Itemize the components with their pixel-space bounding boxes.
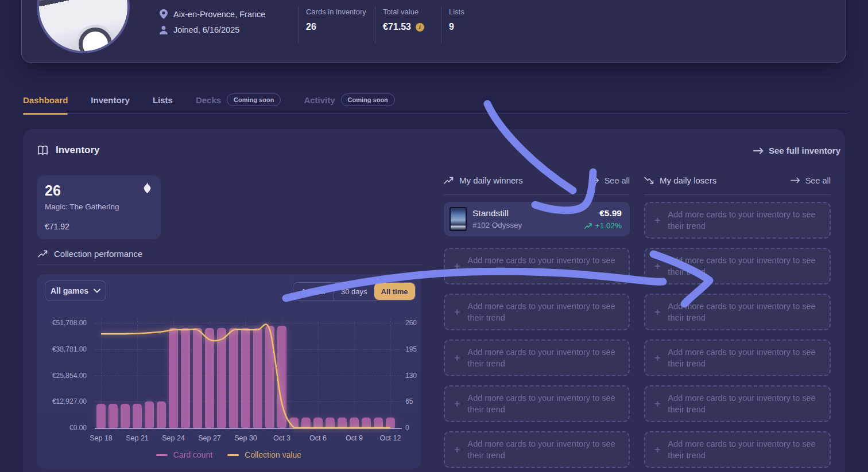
range-all-time-button[interactable]: All time: [374, 283, 415, 300]
placeholder-text: Add more cards to your inventory to see …: [668, 301, 830, 323]
placeholder-text: Add more cards to your inventory to see …: [668, 209, 830, 232]
legend-label: Card count: [173, 450, 212, 459]
winners-title: My daily winners: [459, 175, 523, 185]
trending-down-icon: [644, 177, 654, 184]
y-axis-label-left: €25,854.00: [51, 372, 87, 380]
avatar[interactable]: [37, 0, 130, 53]
profile-location: Aix-en-Provence, France: [173, 10, 265, 19]
plus-icon: +: [654, 214, 661, 227]
chart-bar: [145, 401, 154, 428]
plus-icon: +: [454, 306, 460, 318]
mtg-planeswalker-icon: [143, 182, 152, 194]
chart-bar: [121, 404, 130, 428]
y-axis-label-right: 130: [405, 372, 417, 380]
info-icon[interactable]: i: [416, 23, 424, 32]
profile-card: Aix-en-Provence, France Joined, 6/16/202…: [21, 0, 846, 63]
chart-bar: [313, 418, 323, 428]
x-axis-label: Sep 21: [119, 434, 156, 442]
chart-bar: [301, 418, 311, 428]
placeholder-text: Add more cards to your inventory to see …: [668, 438, 830, 461]
add-cards-placeholder[interactable]: +Add more cards to your inventory to see…: [444, 385, 630, 422]
placeholder-text: Add more cards to your inventory to see …: [668, 255, 830, 278]
pokeball-icon: [79, 28, 112, 53]
coming-soon-badge: Coming soon: [227, 93, 281, 106]
x-axis-label: Oct 6: [300, 434, 336, 442]
winner-card-standstill[interactable]: Standstill #102 Odyssey €5.99 +1.02%: [444, 202, 630, 236]
add-cards-placeholder[interactable]: +Add more cards to your inventory to see…: [444, 340, 630, 376]
losers-see-all-link[interactable]: See all: [790, 176, 831, 185]
add-cards-placeholder[interactable]: +Add more cards to your inventory to see…: [644, 431, 831, 468]
game-filter-select[interactable]: All games: [45, 280, 106, 301]
tab-lists[interactable]: Lists: [153, 86, 173, 114]
add-cards-placeholder[interactable]: +Add more cards to your inventory to see…: [644, 340, 831, 376]
chart-bar: [193, 328, 202, 428]
plus-icon: +: [454, 398, 460, 410]
add-cards-placeholder[interactable]: +Add more cards to your inventory to see…: [444, 431, 630, 468]
plus-icon: +: [654, 306, 661, 318]
stat-value: €71.53: [383, 22, 411, 32]
chart-bar: [362, 418, 371, 428]
legend-item: Card count: [156, 450, 212, 459]
chart-legend: Card countCollection value: [37, 450, 421, 459]
tab-dashboard[interactable]: Dashboard: [23, 86, 68, 114]
y-axis-label-left: €38,781.00: [51, 345, 87, 353]
tab-decks[interactable]: Decks Coming soon: [196, 86, 281, 114]
range-30-days-button[interactable]: 30 days: [334, 283, 374, 300]
range-1-week-button[interactable]: 1 week: [293, 283, 334, 300]
add-cards-placeholder[interactable]: +Add more cards to your inventory to see…: [644, 248, 831, 284]
add-cards-placeholder[interactable]: +Add more cards to your inventory to see…: [644, 294, 831, 330]
profile-stats: Cards in inventory 26 Total value €71.53…: [298, 6, 493, 43]
divider: [37, 264, 423, 265]
tab-activity[interactable]: Activity Coming soon: [304, 86, 394, 114]
chart-bar: [277, 326, 286, 428]
legend-item: Collection value: [227, 450, 301, 459]
gridline: [95, 323, 402, 323]
card-price: €5.99: [599, 208, 622, 219]
add-cards-placeholder[interactable]: +Add more cards to your inventory to see…: [444, 248, 630, 284]
plus-icon: +: [454, 260, 460, 272]
chart-bar: [326, 418, 335, 428]
placeholder-text: Add more cards to your inventory to see …: [468, 255, 629, 278]
tab-bar: Dashboard Inventory Lists Decks Coming s…: [23, 86, 848, 114]
tab-inventory[interactable]: Inventory: [91, 86, 130, 114]
winners-see-all-link[interactable]: See all: [590, 176, 630, 185]
trending-up-icon: [38, 250, 48, 258]
see-full-inventory-link[interactable]: See full inventory: [753, 146, 840, 155]
chart-bar: [289, 418, 299, 428]
legend-label: Collection value: [245, 450, 301, 459]
plus-icon: +: [654, 398, 661, 410]
divider: [644, 194, 831, 195]
stat-label: Total value: [383, 7, 441, 16]
gridline: [354, 318, 355, 428]
chart-bar: [181, 328, 190, 428]
profile-joined: Joined, 6/16/2025: [173, 25, 239, 34]
chart-bar: [205, 328, 214, 428]
add-cards-placeholder[interactable]: +Add more cards to your inventory to see…: [444, 294, 630, 330]
placeholder-text: Add more cards to your inventory to see …: [468, 346, 629, 369]
placeholder-text: Add more cards to your inventory to see …: [468, 438, 629, 461]
chart-bar: [386, 418, 395, 428]
trending-up-icon: [584, 223, 592, 229]
placeholder-text: Add more cards to your inventory to see …: [468, 392, 629, 415]
x-axis-label: Oct 12: [372, 434, 409, 442]
user-icon: [160, 26, 168, 34]
placeholder-text: Add more cards to your inventory to see …: [468, 301, 629, 323]
stat-label: Lists: [449, 7, 493, 16]
card-name: Standstill: [472, 208, 509, 219]
game-summary-card[interactable]: 26 Magic: The Gathering €71.92: [37, 175, 161, 239]
chart-bar: [96, 404, 106, 428]
add-cards-placeholder[interactable]: +Add more cards to your inventory to see…: [644, 202, 831, 239]
add-cards-placeholder[interactable]: +Add more cards to your inventory to see…: [644, 385, 831, 422]
range-toggle-group: 1 week 30 days All time: [293, 282, 416, 301]
card-change: +1.02%: [584, 221, 622, 230]
plus-icon: +: [454, 352, 460, 364]
x-axis-label: Sep 18: [83, 434, 119, 442]
x-axis-label: Oct 3: [264, 434, 300, 442]
divider: [444, 194, 630, 195]
chart-bar: [350, 418, 359, 428]
plus-icon: +: [654, 260, 661, 272]
y-axis-label-right: 65: [405, 397, 413, 405]
placeholder-text: Add more cards to your inventory to see …: [668, 392, 830, 415]
chart-bar: [374, 418, 383, 428]
gridline: [95, 428, 402, 429]
